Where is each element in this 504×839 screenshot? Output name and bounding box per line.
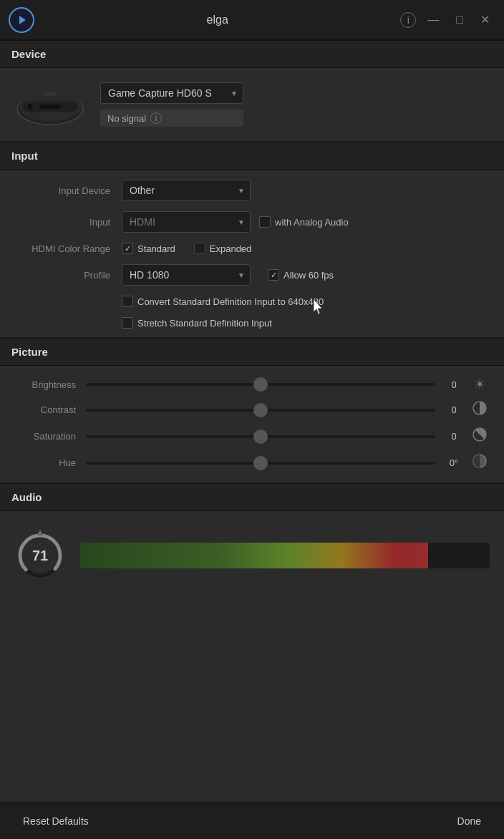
brightness-row: Brightness 0 ☀ [14, 376, 490, 393]
hue-label: Hue [14, 457, 86, 468]
convert-sd-label: Convert Standard Definition Input to 640… [137, 296, 324, 307]
svg-marker-0 [19, 16, 26, 24]
contrast-track [86, 409, 435, 412]
input-device-controls: Other [122, 180, 490, 201]
input-section-content: Input Device Other Input HDMI with Analo… [0, 170, 504, 337]
info-icon[interactable]: i [400, 12, 416, 28]
close-button[interactable]: ✕ [475, 10, 495, 29]
brightness-icon: ☀ [470, 377, 490, 392]
input-dropdown[interactable]: HDMI [122, 211, 251, 233]
stretch-sd-option[interactable]: Stretch Standard Definition Input [122, 317, 272, 329]
input-device-dropdown[interactable]: Other [122, 180, 251, 201]
device-info: Game Capture HD60 S No signal i [100, 82, 243, 127]
contrast-slider-wrap[interactable] [86, 402, 435, 419]
footer: Reset Defaults Done [0, 802, 504, 839]
window-controls: i — □ ✕ [400, 10, 495, 29]
convert-sd-checkbox[interactable] [122, 296, 133, 307]
no-signal-text: No signal [107, 113, 146, 124]
profile-label: Profile [14, 270, 122, 281]
hue-slider-wrap[interactable] [86, 455, 435, 472]
stretch-sd-controls: Stretch Standard Definition Input [122, 317, 490, 329]
saturation-thumb[interactable] [253, 430, 268, 444]
minimize-button[interactable]: — [422, 11, 445, 29]
app-logo [9, 7, 34, 33]
volume-knob[interactable]: 71 [14, 530, 66, 581]
input-device-row: Input Device Other [14, 180, 490, 201]
contrast-label: Contrast [14, 404, 86, 415]
hue-row: Hue 0° [14, 453, 490, 472]
device-dropdown-wrapper[interactable]: Game Capture HD60 S [100, 82, 243, 104]
svg-rect-5 [39, 105, 61, 109]
saturation-row: Saturation 0 [14, 427, 490, 446]
input-device-label: Input Device [14, 185, 122, 196]
analog-audio-checkbox[interactable] [259, 216, 271, 228]
analog-audio-label: with Analog Audio [275, 217, 349, 228]
allow-60fps-checkbox[interactable] [268, 269, 279, 281]
svg-point-4 [26, 103, 34, 110]
hue-icon [470, 453, 490, 472]
picture-section-header: Picture [0, 338, 504, 366]
audio-meter-bar [80, 543, 428, 568]
stretch-sd-checkbox[interactable] [122, 317, 133, 329]
reset-defaults-button[interactable]: Reset Defaults [14, 810, 97, 833]
maximize-button[interactable]: □ [450, 11, 469, 29]
profile-dropdown[interactable]: HD 1080 [122, 264, 251, 286]
allow-60fps-label: Allow 60 fps [284, 270, 334, 281]
input-label: Input [14, 217, 122, 228]
hue-track [86, 462, 435, 465]
saturation-slider-wrap[interactable] [86, 428, 435, 445]
convert-sd-option[interactable]: Convert Standard Definition Input to 640… [122, 296, 324, 307]
color-range-controls: Standard Expanded [122, 243, 490, 254]
profile-controls: HD 1080 Allow 60 fps [122, 264, 490, 286]
saturation-label: Saturation [14, 431, 86, 442]
saturation-icon [470, 427, 490, 446]
convert-sd-row: Convert Standard Definition Input to 640… [14, 296, 490, 307]
standard-radio[interactable] [122, 243, 133, 254]
device-section-header: Device [0, 40, 504, 68]
expanded-option[interactable]: Expanded [194, 243, 252, 254]
standard-label: Standard [137, 243, 175, 254]
input-section-header: Input [0, 142, 504, 170]
standard-option[interactable]: Standard [122, 243, 175, 254]
input-device-dropdown-wrapper[interactable]: Other [122, 180, 251, 201]
input-dropdown-wrapper[interactable]: HDMI [122, 211, 251, 233]
signal-info-icon[interactable]: i [150, 112, 162, 124]
svg-marker-12 [37, 530, 44, 535]
convert-sd-controls: Convert Standard Definition Input to 640… [122, 296, 490, 307]
brightness-value: 0 [441, 379, 467, 390]
device-section-content: Game Capture HD60 S No signal i [0, 68, 504, 141]
hdmi-color-range-row: HDMI Color Range Standard Expanded [14, 243, 490, 254]
input-row: Input HDMI with Analog Audio [14, 211, 490, 233]
brightness-slider-wrap[interactable] [86, 376, 435, 393]
profile-dropdown-wrapper[interactable]: HD 1080 [122, 264, 251, 286]
audio-section-content: 71 [0, 511, 504, 594]
saturation-track [86, 435, 435, 438]
saturation-value: 0 [441, 431, 467, 442]
done-button[interactable]: Done [449, 810, 490, 833]
hdmi-color-range-label: HDMI Color Range [14, 243, 122, 254]
expanded-label: Expanded [210, 243, 252, 254]
analog-audio-option: with Analog Audio [259, 216, 349, 228]
picture-section-content: Brightness 0 ☀ Contrast 0 Saturation [0, 366, 504, 482]
audio-meter [80, 543, 490, 568]
expanded-radio[interactable] [194, 243, 205, 254]
audio-section-header: Audio [0, 483, 504, 511]
contrast-value: 0 [441, 404, 467, 415]
no-signal-badge: No signal i [100, 110, 243, 127]
hue-thumb[interactable] [253, 456, 268, 470]
app-title: elga [34, 14, 400, 26]
allow-60fps-option[interactable]: Allow 60 fps [268, 269, 334, 281]
input-controls: HDMI with Analog Audio [122, 211, 490, 233]
contrast-thumb[interactable] [253, 403, 268, 417]
contrast-icon [470, 400, 490, 420]
device-image [14, 79, 86, 130]
titlebar: elga i — □ ✕ [0, 0, 504, 40]
svg-rect-6 [43, 92, 57, 96]
device-dropdown[interactable]: Game Capture HD60 S [100, 82, 243, 104]
brightness-track [86, 383, 435, 386]
contrast-row: Contrast 0 [14, 400, 490, 420]
profile-row: Profile HD 1080 Allow 60 fps [14, 264, 490, 286]
brightness-thumb[interactable] [253, 377, 268, 392]
volume-value: 71 [32, 548, 48, 564]
hue-value: 0° [441, 457, 467, 468]
